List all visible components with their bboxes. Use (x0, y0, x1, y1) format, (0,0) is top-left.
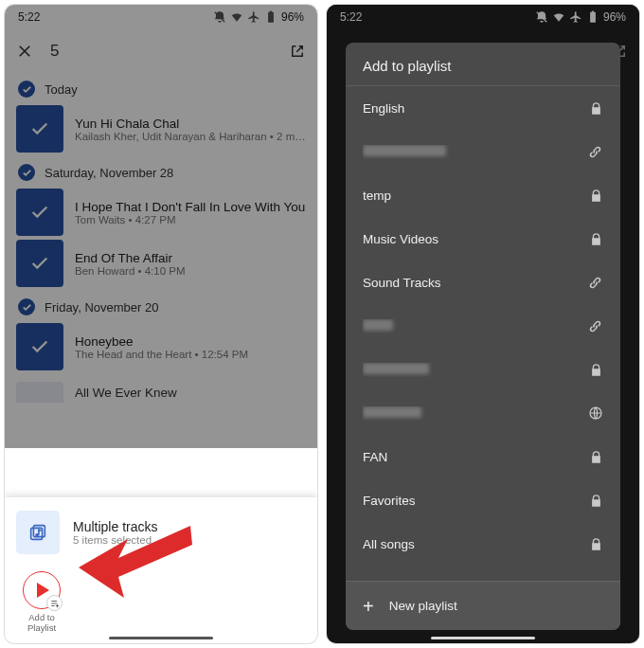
track-subtitle: Tom Waits • 4:27 PM (75, 214, 306, 225)
track-subtitle: Ben Howard • 4:10 PM (75, 265, 306, 277)
status-bar: 5:22 96% (5, 5, 317, 29)
date-header-today[interactable]: Today (5, 73, 317, 105)
sheet-title: Multiple tracks (73, 519, 157, 534)
playlist-name: FAN (363, 450, 589, 464)
playlist-item[interactable]: FAN (346, 435, 620, 478)
date-label: Friday, November 20 (45, 300, 158, 315)
lock-icon (589, 494, 603, 508)
dnd-icon (213, 10, 226, 24)
check-icon (18, 81, 35, 98)
playlist-item[interactable] (346, 304, 620, 348)
plus-icon: + (363, 597, 374, 616)
svg-rect-2 (270, 11, 272, 12)
new-playlist-label: New playlist (389, 599, 457, 613)
track-title: Yun Hi Chala Chal (75, 117, 306, 131)
playlist-item[interactable]: All songs (346, 522, 620, 566)
playlist-add-badge-icon (46, 595, 63, 611)
link-icon (587, 275, 603, 291)
battery-icon (264, 10, 277, 24)
date-header-fri[interactable]: Friday, November 20 (5, 291, 317, 323)
track-title: I Hope That I Don't Fall In Love With Yo… (75, 200, 306, 214)
link-icon (587, 144, 603, 160)
svg-rect-1 (268, 12, 274, 23)
track-subtitle: The Head and the Heart • 12:54 PM (75, 349, 306, 360)
phone-screenshot-selection: 5:22 96% 5 Today Yun Hi Chala Chal Ka (5, 5, 317, 643)
lock-icon (589, 189, 603, 203)
track-checkbox[interactable] (16, 105, 63, 153)
track-title: End Of The Affair (75, 251, 306, 265)
bottom-sheet: Multiple tracks 5 items selected Add to … (5, 497, 317, 643)
playlist-item[interactable] (346, 391, 620, 435)
home-indicator[interactable] (431, 637, 535, 639)
phone-screenshot-playlist-dialog: 5:22 96% Add to playlist EnglishtempMusi… (327, 5, 639, 643)
track-row[interactable]: Yun Hi Chala Chal Kailash Kher, Udit Nar… (5, 105, 317, 156)
youtube-music-icon (23, 571, 61, 609)
playlist-name: All songs (363, 537, 589, 551)
lock-icon (589, 450, 603, 464)
lock-icon (589, 232, 603, 246)
playlist-item[interactable]: English (346, 86, 620, 130)
track-row[interactable]: End Of The Affair Ben Howard • 4:10 PM (5, 240, 317, 291)
status-right: 96% (213, 10, 304, 24)
home-indicator[interactable] (109, 637, 213, 639)
wifi-icon (230, 10, 243, 24)
track-title: Honeybee (75, 334, 306, 349)
playlist-name (363, 363, 589, 377)
playlist-list: EnglishtempMusic VideosSound TracksFANFa… (346, 86, 620, 581)
add-to-playlist-dialog: Add to playlist EnglishtempMusic VideosS… (346, 43, 620, 630)
date-label: Today (45, 82, 78, 97)
lock-icon (589, 101, 603, 116)
track-row[interactable]: Honeybee The Head and the Heart • 12:54 … (5, 323, 317, 374)
link-icon (587, 318, 603, 334)
track-row-partial[interactable]: All We Ever Knew (5, 374, 317, 403)
playlist-name (363, 319, 587, 333)
battery-pct: 96% (281, 10, 304, 24)
airplane-icon (247, 10, 260, 24)
playlist-name: temp (363, 189, 589, 203)
track-title: All We Ever Knew (75, 386, 177, 400)
playlist-name: English (363, 101, 589, 116)
playlist-item[interactable]: temp (346, 173, 620, 217)
add-to-playlist-action[interactable]: Add to Playlist (16, 571, 67, 634)
status-time: 5:22 (18, 10, 40, 24)
playlist-item[interactable]: Music Videos (346, 217, 620, 261)
open-external-icon[interactable] (289, 43, 306, 60)
playlist-name: Music Videos (363, 232, 589, 246)
date-header-sat[interactable]: Saturday, November 28 (5, 156, 317, 189)
selection-count: 5 (50, 42, 272, 61)
selection-toolbar: 5 (5, 29, 317, 73)
track-row[interactable]: I Hope That I Don't Fall In Love With Yo… (5, 189, 317, 240)
close-icon[interactable] (16, 43, 33, 60)
playlist-item[interactable]: Favorites (346, 478, 620, 522)
lock-icon (589, 363, 603, 377)
action-label: Add to Playlist (27, 613, 56, 634)
new-playlist-button[interactable]: + New playlist (346, 581, 620, 630)
lock-icon (589, 537, 603, 551)
playlist-name (363, 406, 588, 421)
playlist-item[interactable]: Sound Tracks (346, 261, 620, 304)
track-subtitle: Kailash Kher, Udit Narayan & Hariharan •… (75, 131, 306, 142)
sheet-subtitle: 5 items selected (73, 534, 157, 546)
multiple-tracks-icon (16, 511, 60, 554)
playlist-name (363, 145, 587, 159)
playlist-item[interactable] (346, 348, 620, 391)
date-label: Saturday, November 28 (45, 166, 173, 180)
playlist-item[interactable] (346, 130, 620, 173)
globe-icon (588, 405, 603, 421)
playlist-name: Sound Tracks (363, 276, 587, 290)
playlist-name: Favorites (363, 494, 589, 508)
dialog-title: Add to playlist (346, 43, 620, 86)
